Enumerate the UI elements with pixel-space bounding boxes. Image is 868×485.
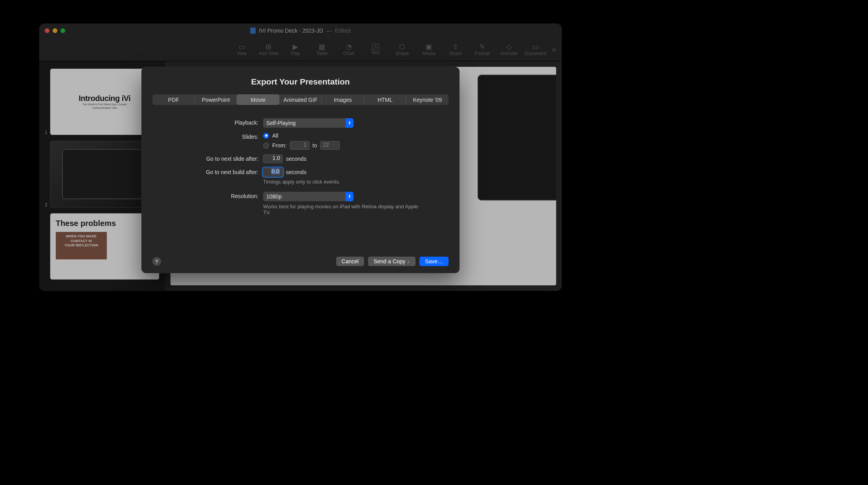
chevron-down-icon: ⌄ <box>407 259 410 263</box>
tab-animated-gif[interactable]: Animated GIF <box>279 94 322 105</box>
tab-movie[interactable]: Movie <box>237 94 279 105</box>
playback-select[interactable]: Self-Playing ▲▼ <box>263 118 353 128</box>
chevron-updown-icon: ▲▼ <box>346 118 353 128</box>
next-slide-label: Go to next slide after: <box>156 154 258 162</box>
export-dialog: Export Your Presentation PDF PowerPoint … <box>141 67 460 273</box>
seconds-label: seconds <box>286 169 306 175</box>
dialog-title: Export Your Presentation <box>152 77 449 86</box>
dialog-footer: ? Cancel Send a Copy ⌄ Save… <box>152 257 449 266</box>
chevron-updown-icon: ▲▼ <box>346 192 353 201</box>
radio-all-slides[interactable] <box>263 133 269 139</box>
send-copy-button[interactable]: Send a Copy ⌄ <box>368 257 416 266</box>
tab-keynote09[interactable]: Keynote '09 <box>406 94 449 105</box>
radio-slide-range[interactable] <box>263 143 269 149</box>
resolution-select[interactable]: 1080p ▲▼ <box>263 192 353 201</box>
save-button[interactable]: Save… <box>419 257 449 266</box>
next-build-label: Go to next build after: <box>156 168 258 175</box>
slides-label: Slides: <box>156 132 258 140</box>
to-label: to <box>313 142 317 149</box>
tab-powerpoint[interactable]: PowerPoint <box>195 94 237 105</box>
from-label: From: <box>272 142 287 149</box>
from-slide-input[interactable]: 1 <box>290 141 309 150</box>
tab-images[interactable]: Images <box>322 94 364 105</box>
all-slides-label: All <box>272 132 278 139</box>
seconds-label: seconds <box>286 156 306 162</box>
playback-label: Playback: <box>156 118 258 126</box>
cancel-button[interactable]: Cancel <box>336 257 364 266</box>
export-form: Playback: Self-Playing ▲▼ Slides: All <box>152 118 449 215</box>
timing-hint: Timings apply only to click events. <box>263 179 424 185</box>
export-format-tabs: PDF PowerPoint Movie Animated GIF Images… <box>152 94 449 105</box>
resolution-hint: Works best for playing movies on iPad wi… <box>263 204 424 215</box>
tab-html[interactable]: HTML <box>364 94 407 105</box>
next-slide-input[interactable]: 1.0 <box>263 154 283 163</box>
resolution-label: Resolution: <box>156 192 258 199</box>
to-slide-input[interactable]: 22 <box>320 141 340 150</box>
next-build-input[interactable]: 0.0 <box>263 168 283 176</box>
help-button[interactable]: ? <box>152 257 161 266</box>
app-window: IVI Promo Deck - 2023-JD — Edited ▭View … <box>39 24 562 291</box>
tab-pdf[interactable]: PDF <box>152 94 195 105</box>
